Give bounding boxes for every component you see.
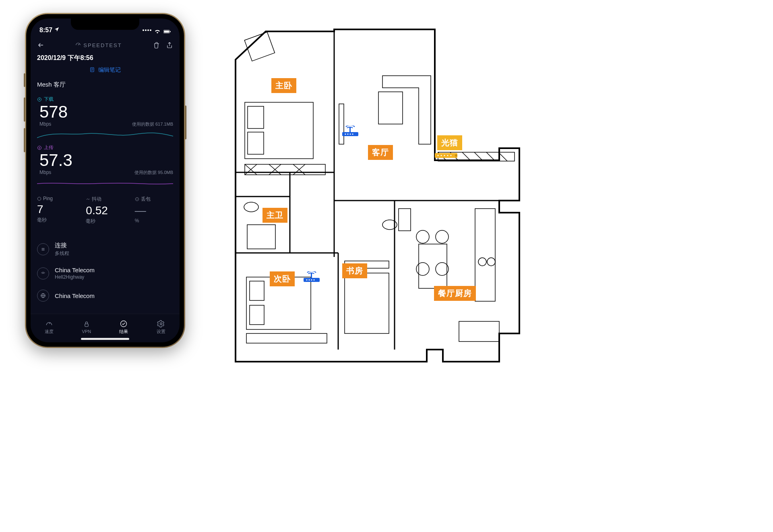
phone-mockup: 8:57 <box>25 13 185 348</box>
svg-rect-20 <box>345 273 389 333</box>
svg-rect-27 <box>247 225 275 249</box>
power-button <box>185 106 186 139</box>
upload-graph <box>37 178 173 188</box>
download-unit: Mbps <box>39 121 51 127</box>
delete-button[interactable] <box>153 41 160 49</box>
connection-row[interactable]: 连接 多线程 <box>37 237 173 262</box>
svg-point-6 <box>37 197 41 200</box>
svg-point-42 <box>349 133 351 135</box>
svg-point-31 <box>416 230 429 243</box>
test-location-label: Mesh 客厅 <box>37 81 173 89</box>
edit-notes-link[interactable]: 编辑笔记 <box>37 66 173 74</box>
globe-icon <box>37 290 49 302</box>
upload-metric: 上传 57.3 Mbps 使用的数据 95.0MB <box>37 144 173 188</box>
svg-rect-36 <box>459 321 499 342</box>
upload-value: 57.3 <box>37 152 173 169</box>
result-timestamp: 2020/12/9 下午8:56 <box>37 54 173 62</box>
svg-point-48 <box>311 279 312 280</box>
svg-point-46 <box>306 279 307 280</box>
svg-point-41 <box>347 133 348 135</box>
svg-rect-30 <box>419 244 447 288</box>
svg-point-33 <box>416 263 429 275</box>
svg-point-49 <box>313 279 314 280</box>
phone-notch <box>71 19 139 30</box>
volume-down-button <box>24 128 25 152</box>
svg-rect-24 <box>250 305 264 325</box>
router-icon <box>341 126 359 137</box>
svg-rect-12 <box>245 102 313 159</box>
svg-rect-13 <box>248 106 264 128</box>
svg-point-55 <box>447 155 448 156</box>
svg-point-40 <box>345 133 346 135</box>
battery-icon <box>163 28 171 33</box>
jitter-metric: 抖动 0.52 毫秒 <box>86 196 124 225</box>
svg-point-43 <box>352 133 353 135</box>
room-label-master-bath: 主卫 <box>262 208 287 223</box>
mute-switch <box>24 73 25 87</box>
svg-point-26 <box>244 202 258 212</box>
tab-speed[interactable]: 速度 <box>45 320 54 335</box>
download-metric: 下载 578 Mbps 使用的数据 617.1MB <box>37 96 173 140</box>
download-value: 578 <box>37 104 173 120</box>
room-label-study: 书房 <box>342 263 367 278</box>
upload-unit: Mbps <box>39 170 51 175</box>
location-services-icon <box>54 27 60 34</box>
room-label-modem: 光猫 <box>437 135 462 150</box>
connection-icon <box>37 243 49 255</box>
svg-rect-2 <box>170 31 171 32</box>
volume-up-button <box>24 97 25 122</box>
status-time: 8:57 <box>39 27 52 34</box>
wifi-icon <box>37 267 49 279</box>
svg-point-11 <box>160 323 162 325</box>
svg-point-52 <box>437 155 438 156</box>
svg-rect-17 <box>378 92 403 124</box>
speedtest-app: SPEEDTEST 2020/12/9 下午8:56 编辑笔记 <box>31 37 180 342</box>
download-data-used: 使用的数据 617.1MB <box>132 121 173 127</box>
svg-rect-15 <box>245 164 325 175</box>
svg-rect-1 <box>164 31 169 33</box>
download-graph <box>37 130 173 140</box>
home-indicator[interactable] <box>81 338 129 340</box>
floor-plan: 主卧 客厅 光猫 主卫 次卧 书房 餐厅厨房 <box>209 11 527 366</box>
svg-point-53 <box>440 155 442 156</box>
app-title: SPEEDTEST <box>75 42 122 48</box>
latency-metrics: Ping 7 毫秒 抖动 0.52 毫秒 丢包 — % <box>37 196 173 225</box>
room-label-second-bedroom: 次卧 <box>270 271 295 286</box>
app-nav: SPEEDTEST <box>37 37 173 53</box>
ping-metric: Ping 7 毫秒 <box>37 196 75 225</box>
back-button[interactable] <box>37 41 44 49</box>
svg-point-37 <box>487 258 495 266</box>
room-label-dining-kitchen: 餐厅厨房 <box>434 286 476 301</box>
tab-settings[interactable]: 设置 <box>157 320 165 335</box>
svg-rect-14 <box>248 132 264 154</box>
svg-rect-29 <box>399 209 411 231</box>
download-label: 下载 <box>37 96 173 103</box>
svg-rect-25 <box>246 333 327 343</box>
svg-rect-18 <box>339 104 344 144</box>
svg-rect-50 <box>311 273 312 278</box>
svg-rect-9 <box>85 324 88 327</box>
svg-rect-44 <box>349 127 351 132</box>
server-row[interactable]: China Telecom <box>37 285 173 306</box>
upload-label: 上传 <box>37 144 173 151</box>
modem-icon <box>435 152 459 159</box>
svg-rect-23 <box>250 281 264 300</box>
phone-screen: 8:57 <box>31 19 180 342</box>
isp-row[interactable]: China Telecom Hell2Highway <box>37 262 173 285</box>
svg-point-57 <box>455 154 457 157</box>
packet-loss-metric: 丢包 — % <box>135 196 173 225</box>
share-button[interactable] <box>166 41 173 49</box>
tab-vpn[interactable]: VPN <box>82 320 91 334</box>
room-label-living-room: 客厅 <box>368 145 393 160</box>
wifi-icon <box>154 28 161 33</box>
cellular-signal-icon <box>143 29 151 31</box>
room-label-master-bedroom: 主卧 <box>271 78 296 93</box>
svg-point-32 <box>436 230 449 243</box>
svg-point-47 <box>308 279 310 280</box>
connection-info-list: 连接 多线程 China Telecom Hell2Highway <box>37 237 173 306</box>
svg-point-34 <box>436 263 449 275</box>
svg-point-56 <box>450 155 451 156</box>
floor-plan-svg <box>209 11 527 366</box>
svg-rect-35 <box>475 209 495 301</box>
tab-results[interactable]: 结果 <box>119 320 128 335</box>
